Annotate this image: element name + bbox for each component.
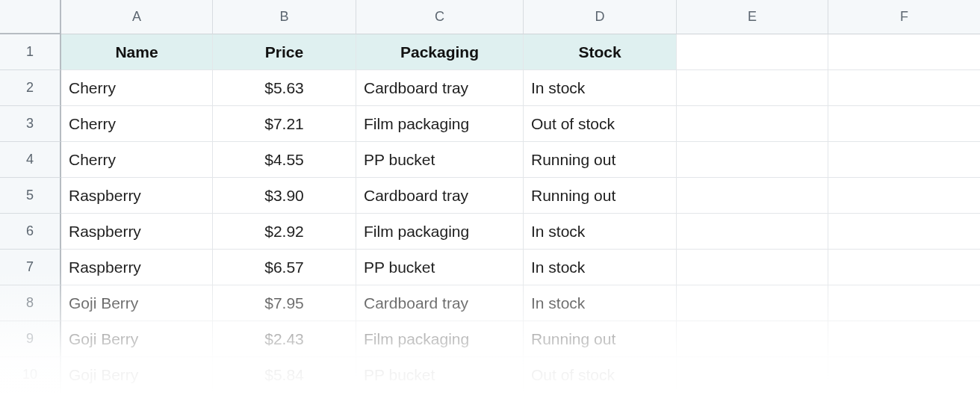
cell-A7[interactable]: Raspberry [61, 250, 213, 285]
cell-D10[interactable]: Out of stock [524, 357, 677, 393]
row-header-6[interactable]: 6 [0, 214, 61, 250]
cell-C1[interactable]: Packaging [356, 34, 524, 70]
cell-A1[interactable]: Name [61, 34, 213, 70]
column-header-B[interactable]: B [213, 0, 356, 34]
cell-D9[interactable]: Running out [524, 321, 677, 357]
cell-B5[interactable]: $3.90 [213, 178, 356, 214]
cell-F2[interactable] [828, 70, 980, 106]
column-header-C[interactable]: C [356, 0, 524, 34]
cell-B1[interactable]: Price [213, 34, 356, 70]
cell-B2[interactable]: $5.63 [213, 70, 356, 106]
row-header-1[interactable]: 1 [0, 34, 61, 70]
cell-D2[interactable]: In stock [524, 70, 677, 106]
cell-E3[interactable] [677, 106, 828, 142]
cell-E10[interactable] [677, 357, 828, 393]
cell-C5[interactable]: Cardboard tray [356, 178, 524, 214]
cell-C6[interactable]: Film packaging [356, 214, 524, 250]
cell-B4[interactable]: $4.55 [213, 142, 356, 178]
row-header-2[interactable]: 2 [0, 70, 61, 106]
cell-F5[interactable] [828, 178, 980, 214]
cell-F9[interactable] [828, 321, 980, 357]
cell-B3[interactable]: $7.21 [213, 106, 356, 142]
cell-A2[interactable]: Cherry [61, 70, 213, 106]
cell-D6[interactable]: In stock [524, 214, 677, 250]
spreadsheet-grid: A B C D E F 1 Name Price Packaging Stock… [0, 0, 980, 393]
cell-D4[interactable]: Running out [524, 142, 677, 178]
cell-C4[interactable]: PP bucket [356, 142, 524, 178]
cell-E8[interactable] [677, 285, 828, 321]
cell-A5[interactable]: Raspberry [61, 178, 213, 214]
row-header-5[interactable]: 5 [0, 178, 61, 214]
cell-A6[interactable]: Raspberry [61, 214, 213, 250]
cell-F3[interactable] [828, 106, 980, 142]
cell-F1[interactable] [828, 34, 980, 70]
cell-E5[interactable] [677, 178, 828, 214]
cell-F6[interactable] [828, 214, 980, 250]
cell-D8[interactable]: In stock [524, 285, 677, 321]
cell-A10[interactable]: Goji Berry [61, 357, 213, 393]
column-header-A[interactable]: A [61, 0, 213, 34]
cell-E9[interactable] [677, 321, 828, 357]
cell-A9[interactable]: Goji Berry [61, 321, 213, 357]
cell-B7[interactable]: $6.57 [213, 250, 356, 285]
cell-B6[interactable]: $2.92 [213, 214, 356, 250]
cell-B10[interactable]: $5.84 [213, 357, 356, 393]
row-header-9[interactable]: 9 [0, 321, 61, 357]
cell-C2[interactable]: Cardboard tray [356, 70, 524, 106]
cell-E4[interactable] [677, 142, 828, 178]
cell-A3[interactable]: Cherry [61, 106, 213, 142]
cell-D7[interactable]: In stock [524, 250, 677, 285]
cell-E2[interactable] [677, 70, 828, 106]
row-header-7[interactable]: 7 [0, 250, 61, 285]
cell-F10[interactable] [828, 357, 980, 393]
cell-D1[interactable]: Stock [524, 34, 677, 70]
cell-E6[interactable] [677, 214, 828, 250]
cell-E1[interactable] [677, 34, 828, 70]
select-all-corner[interactable] [0, 0, 61, 34]
row-header-8[interactable]: 8 [0, 285, 61, 321]
row-header-4[interactable]: 4 [0, 142, 61, 178]
cell-F4[interactable] [828, 142, 980, 178]
cell-C10[interactable]: PP bucket [356, 357, 524, 393]
cell-C3[interactable]: Film packaging [356, 106, 524, 142]
column-header-D[interactable]: D [524, 0, 677, 34]
row-header-10[interactable]: 10 [0, 357, 61, 393]
cell-A8[interactable]: Goji Berry [61, 285, 213, 321]
cell-C9[interactable]: Film packaging [356, 321, 524, 357]
cell-D5[interactable]: Running out [524, 178, 677, 214]
cell-A4[interactable]: Cherry [61, 142, 213, 178]
cell-B9[interactable]: $2.43 [213, 321, 356, 357]
cell-B8[interactable]: $7.95 [213, 285, 356, 321]
cell-C7[interactable]: PP bucket [356, 250, 524, 285]
cell-C8[interactable]: Cardboard tray [356, 285, 524, 321]
cell-F8[interactable] [828, 285, 980, 321]
row-header-3[interactable]: 3 [0, 106, 61, 142]
cell-E7[interactable] [677, 250, 828, 285]
cell-D3[interactable]: Out of stock [524, 106, 677, 142]
column-header-F[interactable]: F [828, 0, 980, 34]
column-header-E[interactable]: E [677, 0, 828, 34]
cell-F7[interactable] [828, 250, 980, 285]
